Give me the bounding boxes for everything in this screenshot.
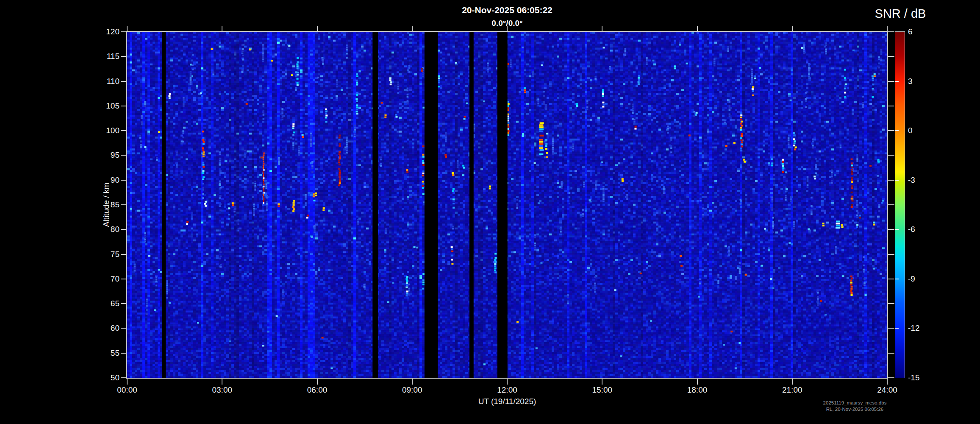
y-tick-label: 70 (90, 274, 119, 284)
x-tick-label: 12:00 (488, 385, 526, 395)
y-tick-right (888, 353, 894, 354)
y-tick-left (121, 377, 127, 378)
x-tick-bottom (127, 379, 128, 385)
x-tick-label: 15:00 (583, 385, 621, 395)
x-tick-top (317, 26, 318, 32)
y-tick-right (888, 81, 894, 82)
x-tick-label: 21:00 (773, 385, 811, 395)
y-tick-label: 115 (90, 52, 119, 61)
x-tick-label: 24:00 (868, 385, 906, 395)
colorbar-tick-label: 3 (908, 77, 933, 86)
y-tick-right (888, 328, 894, 329)
y-tick-right (888, 377, 894, 378)
x-tick-bottom (222, 379, 222, 385)
y-tick-left (121, 130, 127, 131)
x-tick-bottom (697, 379, 698, 385)
colorbar-tick-label: 6 (908, 27, 933, 36)
x-tick-label: 03:00 (203, 385, 241, 395)
y-tick-left (121, 155, 127, 156)
colorbar-tick-label: 0 (908, 126, 933, 135)
y-tick-left (121, 254, 127, 255)
x-tick-top (222, 26, 222, 32)
y-tick-right (888, 106, 894, 106)
y-tick-label: 90 (90, 176, 119, 185)
y-tick-left (121, 353, 127, 354)
y-tick-left (121, 229, 127, 230)
y-tick-label: 60 (90, 324, 119, 333)
x-tick-bottom (412, 379, 413, 385)
y-tick-label: 75 (90, 250, 119, 259)
x-tick-bottom (507, 379, 508, 385)
x-tick-top (602, 26, 602, 32)
y-tick-left (121, 106, 127, 106)
y-tick-label: 55 (90, 349, 119, 358)
footnote-filename: 20251119_maarsy_meso.dbs (805, 400, 905, 406)
y-tick-right (888, 229, 894, 230)
plot-frame (126, 31, 888, 379)
x-tick-bottom (602, 379, 602, 385)
colorbar-tick-label: -3 (908, 176, 933, 185)
x-axis-label: UT (19/11/2025) (127, 397, 887, 406)
colorbar-tick (895, 180, 899, 181)
y-tick-left (121, 31, 127, 32)
x-tick-top (127, 26, 128, 32)
x-tick-bottom (792, 379, 793, 385)
x-tick-top (887, 26, 888, 32)
colorbar-tick-label: -9 (908, 274, 933, 284)
x-tick-top (792, 26, 793, 32)
colorbar-tick (895, 130, 899, 131)
x-tick-label: 06:00 (298, 385, 336, 395)
y-tick-left (121, 81, 127, 82)
y-tick-left (121, 180, 127, 181)
y-tick-left (121, 328, 127, 329)
x-tick-label: 00:00 (108, 385, 146, 395)
x-tick-label: 18:00 (678, 385, 716, 395)
y-tick-right (888, 31, 894, 32)
y-tick-label: 95 (90, 151, 119, 160)
x-tick-top (412, 26, 413, 32)
colorbar-tick (895, 229, 899, 230)
y-tick-label: 85 (90, 200, 119, 209)
x-tick-top (507, 26, 508, 32)
y-tick-label: 65 (90, 299, 119, 308)
y-tick-label: 105 (90, 101, 119, 111)
footnote-timestamp: RL, 20-Nov-2025 06:05:26 (805, 406, 905, 413)
plot-title: 20-Nov-2025 06:05:22 (127, 5, 887, 15)
colorbar-tick-label: -6 (908, 225, 933, 234)
y-tick-label: 120 (90, 27, 119, 36)
y-tick-label: 80 (90, 225, 119, 234)
colorbar-tick-label: -15 (908, 373, 933, 382)
y-tick-left (121, 56, 127, 57)
colorbar-tick (895, 328, 899, 329)
x-tick-bottom (317, 379, 318, 385)
y-tick-left (121, 204, 127, 205)
colorbar-tick (895, 81, 899, 82)
y-tick-right (888, 279, 894, 279)
y-tick-label: 110 (90, 77, 119, 86)
colorbar (895, 31, 905, 378)
y-tick-right (888, 204, 894, 205)
y-tick-label: 100 (90, 126, 119, 135)
y-tick-right (888, 303, 894, 304)
x-tick-label: 09:00 (393, 385, 431, 395)
x-tick-top (697, 26, 698, 32)
y-tick-right (888, 180, 894, 181)
y-tick-left (121, 279, 127, 279)
colorbar-title: SNR / dB (860, 7, 941, 21)
colorbar-tick-label: -12 (908, 324, 933, 333)
footnote: 20251119_maarsy_meso.dbs RL, 20-Nov-2025… (805, 400, 905, 413)
snr-plot-page: 20-Nov-2025 06:05:22 0.0°/0.0° SNR / dB … (0, 0, 980, 424)
y-tick-right (888, 155, 894, 156)
y-tick-right (888, 130, 894, 131)
y-tick-right (888, 56, 894, 57)
y-tick-right (888, 254, 894, 255)
colorbar-tick (895, 279, 899, 279)
x-tick-bottom (887, 379, 888, 385)
y-tick-left (121, 303, 127, 304)
y-tick-label: 50 (90, 373, 119, 382)
